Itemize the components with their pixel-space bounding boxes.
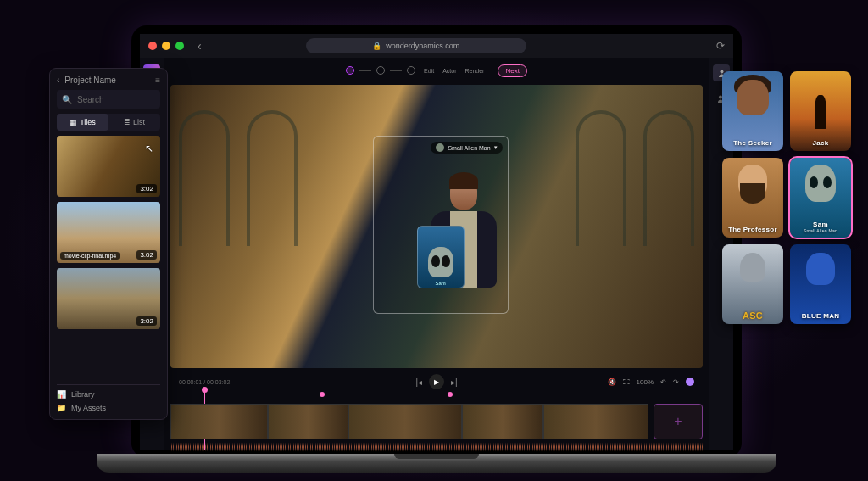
media-item[interactable]: 3:02 xyxy=(57,268,160,329)
browser-refresh-button[interactable]: ⟳ xyxy=(716,40,725,52)
character-card-professor[interactable]: The Professor xyxy=(722,158,783,238)
character-tag-label: Small Alien Man xyxy=(448,145,490,151)
video-viewport[interactable]: Small Alien Man ▾ Sam xyxy=(170,85,703,368)
skip-forward-button[interactable]: ▸| xyxy=(451,378,458,387)
sidebar-menu-button[interactable]: ≡ xyxy=(155,76,160,85)
character-card-asc[interactable]: ASC xyxy=(722,244,783,324)
play-button[interactable]: ▶ xyxy=(429,374,444,389)
project-sidebar: ‹ Project Name ≡ 🔍 Search ▦ Tiles ≣ List… xyxy=(49,68,168,420)
lock-icon: 🔒 xyxy=(372,42,381,50)
browser-url-text: wonderdynamics.com xyxy=(386,42,459,50)
character-drop-preview[interactable]: Sam xyxy=(417,226,465,288)
timeline-clip[interactable] xyxy=(170,404,268,439)
zoom-display: 100% xyxy=(637,378,654,386)
mute-button[interactable]: 🔇 xyxy=(608,378,616,386)
step-render[interactable] xyxy=(407,66,415,75)
drop-card-label: Sam xyxy=(435,281,445,286)
window-controls xyxy=(148,42,184,50)
search-placeholder: Search xyxy=(77,95,104,104)
timecode-display: 00:00:01 / 00:03:02 xyxy=(179,379,230,385)
library-icon: 📊 xyxy=(57,390,66,399)
timeline-clip[interactable] xyxy=(348,404,461,439)
next-button[interactable]: Next xyxy=(498,64,526,77)
step-label-render: Render xyxy=(465,68,484,74)
search-input[interactable]: 🔍 Search xyxy=(57,90,160,109)
minimize-window-button[interactable] xyxy=(162,42,170,50)
duration-badge: 3:02 xyxy=(136,250,157,260)
character-name: The Professor xyxy=(722,226,783,233)
timeline-audio-waveform xyxy=(170,441,703,453)
actor-selection-box[interactable]: Small Alien Man ▾ Sam xyxy=(373,136,509,314)
character-card-seeker[interactable]: The Seeker xyxy=(722,71,783,151)
character-name: The Seeker xyxy=(722,139,783,147)
character-name: Sam Small Alien Man xyxy=(790,221,851,233)
maximize-window-button[interactable] xyxy=(175,42,184,50)
character-card-blueman[interactable]: BLUE MAN xyxy=(790,244,851,324)
redo-button[interactable]: ↷ xyxy=(673,378,679,386)
sidebar-title: Project Name xyxy=(64,76,116,85)
step-label-edit: Edit xyxy=(424,68,434,74)
tab-tiles[interactable]: ▦ Tiles xyxy=(57,114,108,131)
laptop-base xyxy=(97,454,776,473)
sidebar-back-button[interactable]: ‹ xyxy=(57,76,59,85)
list-icon: ≣ xyxy=(124,118,131,126)
browser-url-bar[interactable]: 🔒 wonderdynamics.com xyxy=(306,38,526,53)
timeline-clip[interactable] xyxy=(462,404,543,439)
playback-controls: 00:00:01 / 00:03:02 |◂ ▶ ▸| 🔇 ⛶ 100% ↶ ↷ xyxy=(170,373,703,390)
user-avatar-button[interactable] xyxy=(686,378,694,386)
svg-point-1 xyxy=(719,95,722,98)
media-item[interactable]: movie-clip-final.mp4 3:02 xyxy=(57,202,160,263)
sidebar-my-assets-link[interactable]: 📁 My Assets xyxy=(57,404,160,412)
folder-icon: 📁 xyxy=(57,404,66,412)
browser-back-button[interactable]: ‹ xyxy=(192,39,207,53)
character-grid: The Seeker Jack The Professor Sam Small … xyxy=(722,71,851,324)
filename-badge: movie-clip-final.mp4 xyxy=(60,252,120,260)
timeline-clip[interactable] xyxy=(268,404,349,439)
chevron-down-icon: ▾ xyxy=(494,144,498,151)
character-name: ASC xyxy=(722,310,783,321)
grid-icon: ▦ xyxy=(70,118,77,126)
character-name: Jack xyxy=(790,139,851,147)
step-actor[interactable] xyxy=(376,66,385,75)
media-item[interactable]: ↖ 3:02 xyxy=(57,136,160,197)
step-edit[interactable] xyxy=(346,66,354,75)
timeline-add-clip[interactable]: + xyxy=(654,404,703,439)
character-avatar-icon xyxy=(436,143,444,152)
timeline-clip[interactable] xyxy=(543,404,648,439)
step-label-actor: Actor xyxy=(442,68,456,74)
character-card-jack[interactable]: Jack xyxy=(790,71,851,151)
character-name: BLUE MAN xyxy=(790,312,851,320)
pointer-cursor-icon: ↖ xyxy=(145,143,153,154)
duration-badge: 3:02 xyxy=(136,316,157,326)
character-card-sam[interactable]: Sam Small Alien Man xyxy=(790,158,851,238)
workflow-steps: Edit Actor Render Next xyxy=(170,61,703,80)
undo-button[interactable]: ↶ xyxy=(660,378,666,386)
search-icon: 🔍 xyxy=(62,95,72,104)
duration-badge: 3:02 xyxy=(136,184,157,193)
close-window-button[interactable] xyxy=(148,42,157,50)
assigned-character-tag[interactable]: Small Alien Man ▾ xyxy=(431,142,502,154)
browser-toolbar: ‹ 🔒 wonderdynamics.com ⟳ xyxy=(140,34,733,58)
skip-back-button[interactable]: |◂ xyxy=(415,378,422,387)
laptop-frame: ‹ 🔒 wonderdynamics.com ⟳ ✦ xyxy=(131,25,742,458)
sidebar-library-link[interactable]: 📊 Library xyxy=(57,390,160,399)
tab-list[interactable]: ≣ List xyxy=(108,114,160,131)
fullscreen-button[interactable]: ⛶ xyxy=(623,378,630,386)
timeline[interactable]: + xyxy=(170,390,703,450)
